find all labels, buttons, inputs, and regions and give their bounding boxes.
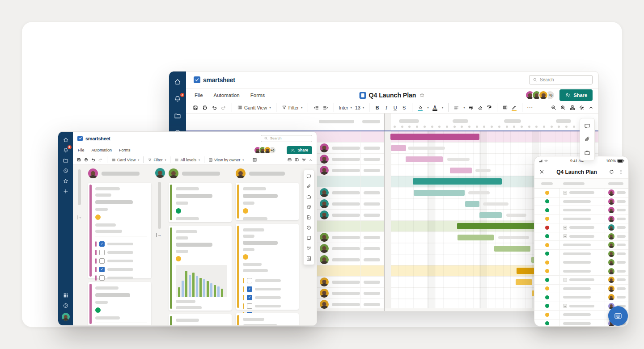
checkbox-checked[interactable]: ✓ xyxy=(247,286,252,292)
hierarchy-icon[interactable] xyxy=(569,105,576,111)
strikethrough-button[interactable]: S xyxy=(401,105,407,110)
checkbox-checked[interactable]: ✓ xyxy=(247,295,252,300)
proofs-icon[interactable] xyxy=(306,194,312,200)
card-settings-icon[interactable] xyxy=(252,157,257,162)
mobile-task-row[interactable] xyxy=(534,293,628,302)
mobile-task-row[interactable] xyxy=(534,206,628,215)
smartsheet-logo[interactable]: smartsheet xyxy=(194,76,235,84)
italic-button[interactable]: I xyxy=(383,105,389,110)
table-chart-splitter[interactable] xyxy=(384,114,385,311)
save-icon[interactable] xyxy=(76,157,81,162)
proofs-icon[interactable] xyxy=(584,149,591,156)
close-icon[interactable] xyxy=(539,169,545,175)
attachments-icon[interactable] xyxy=(584,136,591,143)
gantt-bar-teal[interactable] xyxy=(414,190,465,196)
home-icon[interactable] xyxy=(63,137,69,143)
subtask-row[interactable] xyxy=(95,248,147,256)
fill-color-button[interactable] xyxy=(417,105,423,110)
clear-format-eraser-icon[interactable] xyxy=(477,105,483,110)
gantt-bar-yellow[interactable] xyxy=(516,279,532,285)
save-icon[interactable] xyxy=(192,105,199,111)
task-card[interactable] xyxy=(169,314,232,326)
view-selector[interactable]: Gantt View▾ xyxy=(237,105,271,110)
notifications-bell-icon[interactable]: 3 xyxy=(174,95,182,103)
checkbox-unchecked[interactable] xyxy=(99,250,105,255)
view-by-selector[interactable]: View by owner▾ xyxy=(208,158,244,162)
text-color-button[interactable]: A xyxy=(432,105,438,110)
undo-icon[interactable] xyxy=(211,105,217,111)
folder-icon[interactable] xyxy=(63,157,69,164)
menu-file[interactable]: File xyxy=(78,148,85,152)
gantt-bar-green[interactable] xyxy=(458,235,494,240)
gantt-bar-pink[interactable] xyxy=(406,156,443,162)
indent-icon[interactable] xyxy=(322,105,329,111)
share-button[interactable]: Share xyxy=(559,89,593,101)
underline-button[interactable]: U xyxy=(392,105,398,110)
checkbox-unchecked[interactable] xyxy=(99,258,105,264)
checkbox-checked[interactable]: ✓ xyxy=(99,267,105,272)
mobile-task-row[interactable] xyxy=(534,198,628,206)
mobile-task-row[interactable] xyxy=(534,223,628,232)
publish-icon[interactable] xyxy=(306,214,312,220)
copies-icon[interactable] xyxy=(306,235,312,241)
mobile-task-row[interactable] xyxy=(534,267,628,276)
collapse-toolbar-chevron-icon[interactable] xyxy=(309,158,313,162)
checkbox-unchecked[interactable] xyxy=(247,278,252,283)
user-avatar[interactable] xyxy=(62,313,70,321)
menu-forms[interactable]: Forms xyxy=(119,148,131,152)
subtask-row[interactable] xyxy=(243,276,294,285)
zoom-in-icon[interactable] xyxy=(560,105,566,111)
settings-gear-icon[interactable] xyxy=(579,105,585,111)
kebab-menu-icon[interactable] xyxy=(618,169,624,175)
menu-automation[interactable]: Automation xyxy=(214,93,240,98)
wrap-text-button[interactable] xyxy=(468,105,474,110)
print-icon[interactable] xyxy=(202,105,208,111)
task-card[interactable] xyxy=(236,183,299,220)
menu-automation[interactable]: Automation xyxy=(92,148,112,152)
collaborator-avatars[interactable]: +6 xyxy=(254,147,276,154)
print-icon[interactable] xyxy=(84,157,89,162)
mobile-task-row[interactable] xyxy=(534,215,628,224)
bold-button[interactable]: B xyxy=(374,105,380,110)
subtask-row[interactable] xyxy=(95,273,147,282)
more-tools-button[interactable]: ··· xyxy=(527,105,534,110)
checkbox-checked[interactable]: ✓ xyxy=(99,241,105,247)
help-icon[interactable] xyxy=(63,303,69,309)
mobile-task-row[interactable] xyxy=(534,232,628,241)
conversations-icon[interactable] xyxy=(306,173,312,179)
collapse-toggle-icon[interactable] xyxy=(563,304,567,308)
borders-button[interactable] xyxy=(502,105,508,110)
checkbox-unchecked[interactable] xyxy=(247,303,252,309)
collapse-toggle-icon[interactable] xyxy=(563,226,567,230)
menu-forms[interactable]: Forms xyxy=(250,93,265,98)
menu-file[interactable]: File xyxy=(195,93,203,98)
collapse-toggle-icon[interactable] xyxy=(563,234,567,238)
redo-icon[interactable] xyxy=(98,157,103,162)
subtask-row[interactable]: ✓ xyxy=(243,293,294,302)
folder-icon[interactable] xyxy=(174,112,182,120)
view-selector[interactable]: Card View▾ xyxy=(111,158,139,162)
activity-log-icon[interactable] xyxy=(306,225,312,231)
layout-columns-icon[interactable] xyxy=(294,157,299,162)
gantt-bar-pink[interactable] xyxy=(390,134,479,140)
attachment-icon[interactable] xyxy=(95,325,100,326)
collapse-toggle-icon[interactable] xyxy=(563,191,567,195)
assignments-icon[interactable] xyxy=(306,245,312,251)
layout-rows-icon[interactable] xyxy=(287,157,292,162)
gantt-bar-green[interactable] xyxy=(494,246,530,252)
outdent-icon[interactable] xyxy=(313,105,319,111)
task-card[interactable]: 0/5 xyxy=(169,226,232,311)
share-button[interactable]: Share xyxy=(287,146,312,154)
collapse-toolbar-chevron-icon[interactable] xyxy=(588,105,594,110)
recents-clock-icon[interactable] xyxy=(63,168,69,174)
mobile-task-row[interactable] xyxy=(534,258,628,267)
filter-selector[interactable]: Filter▾ xyxy=(148,158,166,162)
task-card[interactable] xyxy=(169,183,232,222)
levels-selector[interactable]: All levels▾ xyxy=(174,158,200,162)
collapse-toggle-icon[interactable] xyxy=(563,278,567,282)
update-requests-icon[interactable] xyxy=(306,204,312,210)
notifications-bell-icon[interactable]: 3 xyxy=(63,147,69,153)
zoom-out-icon[interactable] xyxy=(551,105,557,111)
subtask-row[interactable]: ✓ xyxy=(243,285,294,293)
mobile-task-row[interactable] xyxy=(534,276,628,285)
